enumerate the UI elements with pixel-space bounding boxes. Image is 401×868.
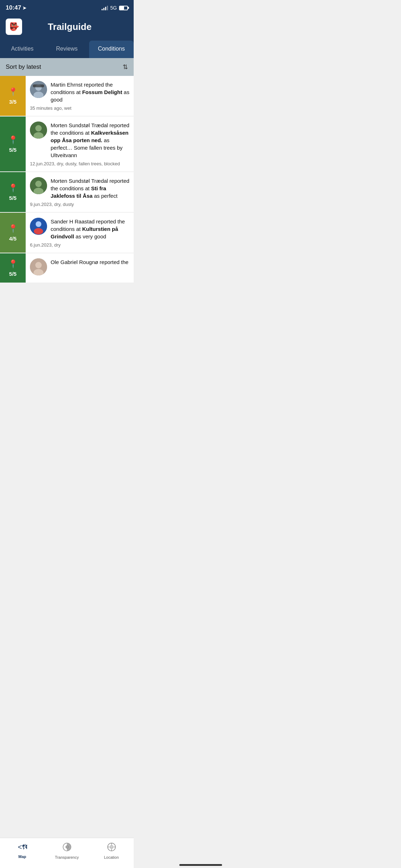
condition-score: 📍 5/5	[0, 117, 26, 171]
conditions-list: 📍 3/5 Martin Ehrnst reported the conditi…	[0, 76, 134, 315]
logo-emoji: 👺	[9, 22, 19, 31]
app-title: Trailguide	[28, 21, 112, 32]
condition-text: Ole Gabriel Rougnø reported the	[51, 258, 129, 266]
score-value: 3/5	[9, 99, 17, 105]
condition-header: Ole Gabriel Rougnø reported the	[30, 258, 129, 275]
svg-point-14	[35, 262, 42, 268]
pin-icon: 📍	[8, 259, 18, 269]
condition-score: 📍 3/5	[0, 76, 26, 116]
tab-reviews[interactable]: Reviews	[45, 41, 89, 58]
score-value: 4/5	[9, 236, 17, 242]
svg-point-11	[36, 221, 41, 227]
condition-content: Sander H Raastad reported the conditions…	[26, 213, 134, 253]
sort-bar[interactable]: Sort by latest ⇅	[0, 58, 134, 76]
svg-point-5	[35, 125, 42, 131]
status-bar: 10:47 ➤ 5G	[0, 0, 134, 14]
battery-icon	[119, 6, 128, 10]
svg-point-8	[35, 181, 42, 187]
condition-text: Sander H Raastad reported the conditions…	[51, 218, 129, 240]
condition-meta: 9.jun.2023, dry, dusty	[30, 202, 129, 207]
pin-icon: 📍	[8, 184, 18, 193]
condition-content: Ole Gabriel Rougnø reported the	[26, 253, 134, 283]
avatar	[30, 258, 47, 275]
avatar-img	[30, 177, 47, 194]
condition-score: 📍 5/5	[0, 172, 26, 212]
signal-bars-icon	[102, 6, 108, 10]
condition-content: Morten Sundstøl Trædal reported the cond…	[26, 117, 134, 171]
sort-chevron-icon: ⇅	[123, 63, 128, 71]
condition-text: Morten Sundstøl Trædal reported the cond…	[51, 177, 129, 200]
condition-content: Morten Sundstøl Trædal reported the cond…	[26, 172, 134, 212]
avatar-img	[30, 122, 47, 139]
app-header: 👺 Trailguide	[0, 14, 134, 41]
tab-activities[interactable]: Activities	[0, 41, 45, 58]
pin-icon: 📍	[8, 224, 18, 233]
network-type: 5G	[110, 5, 117, 11]
condition-score: 📍 5/5	[0, 253, 26, 283]
avatar-img	[30, 218, 47, 235]
condition-item[interactable]: 📍 3/5 Martin Ehrnst reported the conditi…	[0, 76, 134, 116]
avatar	[30, 81, 47, 98]
avatar	[30, 177, 47, 194]
condition-item[interactable]: 📍 5/5 Morten Sundstøl Trædal reported th…	[0, 172, 134, 212]
condition-header: Martin Ehrnst reported the conditions at…	[30, 81, 129, 103]
sort-label: Sort by latest	[6, 63, 41, 71]
bottom-spacer	[0, 283, 134, 315]
avatar-img	[30, 81, 47, 98]
location-arrow-icon: ➤	[22, 5, 26, 11]
tab-bar: Activities Reviews Conditions	[0, 41, 134, 58]
status-time: 10:47 ➤	[6, 4, 26, 11]
svg-point-12	[34, 228, 43, 234]
condition-meta: 6.jun.2023, dry	[30, 242, 129, 248]
condition-header: Morten Sundstøl Trædal reported the cond…	[30, 177, 129, 200]
score-value: 5/5	[9, 195, 17, 201]
avatar-img	[30, 258, 47, 275]
status-right: 5G	[102, 5, 128, 11]
condition-meta: 35 minutes ago, wet	[30, 105, 129, 111]
condition-meta: 12.jun.2023, dry, dusty, fallen trees, b…	[30, 161, 129, 166]
pin-icon: 📍	[8, 135, 18, 145]
svg-rect-3	[33, 84, 44, 87]
score-value: 5/5	[9, 271, 17, 277]
tab-conditions[interactable]: Conditions	[89, 41, 134, 58]
condition-item[interactable]: 📍 5/5 Ole Gabriel Rougnø reported the	[0, 253, 134, 283]
condition-score: 📍 4/5	[0, 213, 26, 253]
condition-item[interactable]: 📍 5/5 Morten Sundstøl Trædal reported th…	[0, 117, 134, 171]
avatar	[30, 122, 47, 139]
condition-header: Sander H Raastad reported the conditions…	[30, 218, 129, 240]
condition-item[interactable]: 📍 4/5 Sander H Raastad reported the cond…	[0, 213, 134, 253]
app-logo: 👺	[6, 19, 22, 35]
avatar	[30, 218, 47, 235]
condition-text: Martin Ehrnst reported the conditions at…	[51, 81, 129, 103]
pin-icon: 📍	[8, 87, 18, 97]
score-value: 5/5	[9, 147, 17, 153]
condition-content: Martin Ehrnst reported the conditions at…	[26, 76, 134, 116]
condition-text: Morten Sundstøl Trædal reported the cond…	[51, 122, 129, 159]
time-display: 10:47	[6, 4, 21, 11]
condition-header: Morten Sundstøl Trædal reported the cond…	[30, 122, 129, 159]
